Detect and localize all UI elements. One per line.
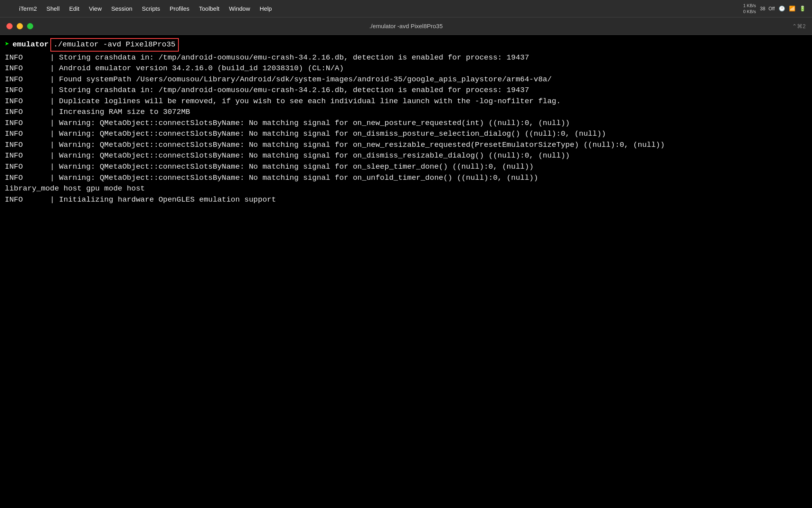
battery-icon: 🔋: [799, 6, 806, 12]
log-line-13: library_mode host gpu mode host: [5, 183, 807, 194]
window-controls: [6, 23, 33, 29]
menu-profiles[interactable]: Profiles: [165, 4, 194, 13]
log-line-4: INFO | Storing crashdata in: /tmp/androi…: [5, 85, 807, 96]
menu-iterm2[interactable]: iTerm2: [14, 4, 42, 13]
prompt-command: emulator: [12, 39, 48, 50]
network-stats: 1 KB/s 0 KB/s: [743, 3, 756, 14]
log-line-11: INFO | Warning: QMetaObject::connectSlot…: [5, 162, 807, 173]
terminal-content[interactable]: ➤ emulator ./emulator -avd Pixel8Pro35 I…: [0, 35, 812, 508]
log-line-8: INFO | Warning: QMetaObject::connectSlot…: [5, 129, 807, 140]
terminal-title: ./emulator -avd Pixel8Pro35: [369, 23, 442, 29]
log-line-10: INFO | Warning: QMetaObject::connectSlot…: [5, 150, 807, 162]
menu-bar-right: 1 KB/s 0 KB/s 38 Off 🕐 📶 🔋: [743, 3, 806, 14]
log-line-7: INFO | Warning: QMetaObject::connectSlot…: [5, 118, 807, 129]
close-button[interactable]: [6, 23, 13, 29]
wifi-icon: 📶: [789, 6, 795, 12]
minimize-button[interactable]: [17, 23, 23, 29]
prompt-args: ./emulator -avd Pixel8Pro35: [50, 38, 179, 52]
menu-edit[interactable]: Edit: [64, 4, 84, 13]
prompt-line: ➤ emulator ./emulator -avd Pixel8Pro35: [5, 38, 807, 52]
menu-help[interactable]: Help: [255, 4, 277, 13]
log-line-5: INFO | Duplicate loglines will be remove…: [5, 96, 807, 107]
menu-session[interactable]: Session: [106, 4, 137, 13]
prompt-arrow-icon: ➤: [5, 39, 9, 50]
terminal-window: ./emulator -avd Pixel8Pro35 ⌃⌘2 ➤ emulat…: [0, 17, 812, 508]
menu-bar: iTerm2 Shell Edit View Session Scripts P…: [0, 0, 812, 17]
menu-toolbelt[interactable]: Toolbelt: [194, 4, 224, 13]
clock-icon: 🕐: [779, 6, 785, 12]
menu-shell[interactable]: Shell: [42, 4, 64, 13]
menu-view[interactable]: View: [84, 4, 106, 13]
log-line-12: INFO | Warning: QMetaObject::connectSlot…: [5, 173, 807, 184]
battery-status: 38 Off: [760, 6, 775, 12]
maximize-button[interactable]: [27, 23, 33, 29]
terminal-shortcut: ⌃⌘2: [792, 23, 806, 29]
terminal-titlebar: ./emulator -avd Pixel8Pro35 ⌃⌘2: [0, 17, 812, 35]
log-line-6: INFO | Increasing RAM size to 3072MB: [5, 107, 807, 118]
log-line-1: INFO | Storing crashdata in: /tmp/androi…: [5, 52, 807, 64]
menu-scripts[interactable]: Scripts: [137, 4, 165, 13]
log-line-9: INFO | Warning: QMetaObject::connectSlot…: [5, 140, 807, 151]
log-line-3: INFO | Found systemPath /Users/oomusou/L…: [5, 74, 807, 85]
menu-window[interactable]: Window: [224, 4, 255, 13]
log-line-2: INFO | Android emulator version 34.2.16.…: [5, 63, 807, 74]
log-line-14: INFO | Initializing hardware OpenGLES em…: [5, 194, 807, 206]
